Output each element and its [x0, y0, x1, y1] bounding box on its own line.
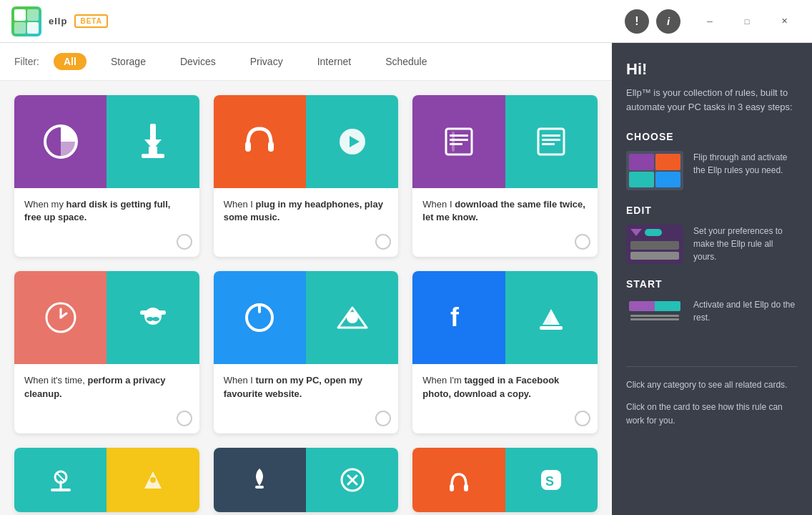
- app-logo: [11, 6, 41, 36]
- card-devices[interactable]: When I plug in my headphones, play some …: [214, 95, 399, 257]
- card-2-icons: [214, 95, 399, 188]
- card-partial-3[interactable]: S: [412, 448, 598, 512]
- svg-rect-3: [142, 154, 164, 158]
- card-3-footer: [412, 231, 598, 257]
- filter-all[interactable]: All: [54, 53, 86, 70]
- minimize-button[interactable]: ─: [693, 10, 726, 33]
- card-1-footer: [14, 231, 199, 257]
- sidebar-greeting: Hi!: [626, 60, 798, 79]
- card-4-toggle[interactable]: [177, 411, 192, 426]
- card-internet[interactable]: When I download the same file twice, let…: [412, 95, 598, 257]
- section-edit-title: EDIT: [626, 205, 798, 216]
- card-8-left-icon: [214, 448, 306, 512]
- sidebar-footer: Click any category to see all related ca…: [626, 366, 798, 437]
- app-name: ellp: [49, 16, 67, 26]
- card-4-left-icon: [14, 271, 107, 364]
- section-choose-row: Flip through and activate the Ellp rules…: [626, 151, 798, 190]
- section-start-title: START: [626, 278, 798, 290]
- card-partial-1[interactable]: [14, 448, 199, 512]
- card-9-right-icon: S: [505, 448, 598, 512]
- logo-quad-2: [27, 9, 39, 21]
- thumb-bar-2: [630, 252, 679, 260]
- card-6-left-icon: f: [412, 271, 505, 364]
- card-1-right-icon: [107, 95, 199, 188]
- filter-bar: Filter: All Storage Devices Privacy Inte…: [0, 43, 612, 81]
- card-partial-2[interactable]: [214, 448, 399, 512]
- card-6-icons: f: [412, 271, 598, 364]
- cards-grid: When my hard disk is getting full, free …: [0, 81, 612, 515]
- svg-rect-15: [542, 134, 560, 137]
- thumb-line-1: [630, 315, 679, 317]
- sidebar-section-choose: CHOOSE Flip through and activate the Ell…: [626, 131, 798, 190]
- filter-schedule[interactable]: Schedule: [375, 53, 437, 70]
- filter-label: Filter:: [14, 56, 39, 67]
- sidebar-footer-line-1: Click any category to see all related ca…: [626, 378, 798, 392]
- filter-internet[interactable]: Internet: [307, 53, 361, 70]
- svg-rect-14: [538, 129, 564, 154]
- thumb-cell-3: [629, 172, 654, 188]
- section-edit-row: Set your preferences to make the Ellp ru…: [626, 225, 798, 264]
- card-1-left-icon: [14, 95, 107, 188]
- card-facebook[interactable]: f When I'm tagged in a Facebook photo, d…: [412, 271, 598, 433]
- section-choose-desc: Flip through and activate the Ellp rules…: [693, 151, 798, 177]
- section-edit-thumb: [626, 225, 683, 264]
- card-schedule[interactable]: When I turn on my PC, open my favourite …: [214, 271, 399, 433]
- svg-line-37: [56, 473, 65, 481]
- card-storage[interactable]: When my hard disk is getting full, free …: [14, 95, 199, 257]
- thumb-cell-2: [655, 154, 680, 170]
- card-5-footer: [214, 408, 399, 433]
- filter-storage[interactable]: Storage: [101, 53, 156, 70]
- info-button[interactable]: i: [656, 9, 680, 34]
- sidebar-section-edit: EDIT Set your preferences to make the El…: [626, 205, 798, 264]
- thumb-cell-1: [629, 154, 654, 170]
- header-right: ! i ─ □ ✕: [625, 9, 801, 34]
- card-2-left-icon: [214, 95, 306, 188]
- logo-image: [11, 6, 41, 36]
- thumb-edit-row-1: [630, 229, 679, 236]
- card-5-toggle[interactable]: [375, 411, 391, 426]
- filter-devices[interactable]: Devices: [170, 53, 226, 70]
- svg-rect-44: [450, 484, 454, 491]
- svg-rect-45: [464, 484, 468, 491]
- svg-rect-6: [268, 142, 274, 152]
- sidebar-section-start: START Activate and let Ellp do the rest.: [626, 278, 798, 338]
- filter-privacy[interactable]: Privacy: [240, 53, 293, 70]
- svg-point-31: [347, 312, 358, 323]
- title-bar: ellp BETA ! i ─ □ ✕: [0, 0, 812, 43]
- card-7-right-icon: [107, 448, 199, 512]
- close-button[interactable]: ✕: [768, 10, 801, 33]
- svg-rect-38: [51, 489, 71, 491]
- header-left: ellp BETA: [11, 6, 108, 36]
- card-2-right-icon: [306, 95, 398, 188]
- thumb-card-left: [629, 301, 655, 311]
- thumb-lines: [629, 313, 680, 322]
- card-2-toggle[interactable]: [375, 234, 391, 250]
- svg-rect-13: [452, 132, 455, 152]
- card-2-footer: [214, 231, 399, 257]
- thumb-toggle: [645, 229, 662, 236]
- left-panel: Filter: All Storage Devices Privacy Inte…: [0, 43, 612, 515]
- card-2-text: When I plug in my headphones, play some …: [214, 188, 399, 231]
- svg-text:S: S: [545, 474, 554, 489]
- svg-marker-33: [543, 309, 551, 325]
- card-5-right-icon: [306, 271, 398, 364]
- card-4-footer: [14, 408, 199, 433]
- card-8-icons: [214, 448, 399, 512]
- svg-point-39: [150, 477, 156, 483]
- svg-point-23: [152, 317, 159, 321]
- notification-button[interactable]: !: [625, 9, 649, 34]
- card-6-toggle[interactable]: [575, 411, 590, 426]
- card-privacy[interactable]: When it's time, perform a privacy cleanu…: [14, 271, 199, 433]
- logo-quad-4: [27, 22, 39, 34]
- maximize-button[interactable]: □: [731, 10, 763, 33]
- card-5-left-icon: [214, 271, 306, 364]
- card-1-toggle[interactable]: [177, 234, 192, 250]
- card-1-text: When my hard disk is getting full, free …: [14, 188, 199, 231]
- card-7-icons: [14, 448, 199, 512]
- beta-badge: BETA: [74, 14, 107, 28]
- sidebar-footer-line-2: Click on the card to see how this rule c…: [626, 401, 798, 428]
- card-3-toggle[interactable]: [575, 234, 590, 250]
- svg-rect-12: [450, 143, 462, 145]
- svg-rect-16: [542, 139, 560, 141]
- notification-icon: !: [635, 15, 638, 28]
